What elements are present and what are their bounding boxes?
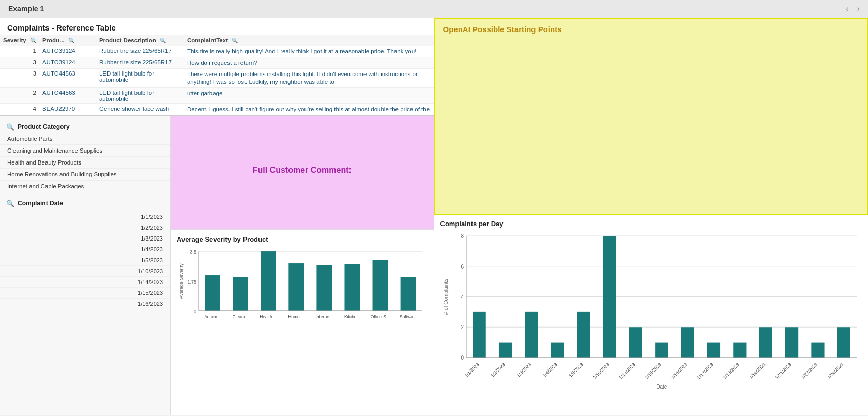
category-item[interactable]: Cleaning and Maintenance Supplies (0, 145, 170, 157)
table-row[interactable]: 3 AUTO39124 Rubber tire size 225/65R17 H… (0, 57, 434, 68)
svg-text:Date: Date (656, 384, 667, 390)
svg-text:Health ...: Health ... (260, 314, 277, 319)
svg-text:2: 2 (461, 324, 464, 330)
avg-severity-chart: 01.753.5Autom...Cleani...Health ...Home … (177, 246, 428, 339)
cell-severity: 2 (0, 87, 39, 103)
date-item[interactable]: 1/3/2023 (0, 233, 170, 244)
date-item[interactable]: 1/10/2023 (0, 266, 170, 277)
svg-rect-61 (811, 343, 824, 358)
svg-rect-43 (577, 312, 590, 358)
date-item[interactable]: 1/2/2023 (0, 222, 170, 233)
table-row[interactable]: 2 AUTO44563 LED tail light bulb for auto… (0, 87, 434, 103)
svg-text:Autom...: Autom... (204, 314, 221, 319)
table-row[interactable]: 3 AUTO44563 LED tail light bulb for auto… (0, 68, 434, 87)
svg-text:1/27/2023: 1/27/2023 (800, 362, 818, 380)
date-item[interactable]: 1/4/2023 (0, 244, 170, 255)
category-item[interactable]: Internet and Cable Packages (0, 181, 170, 192)
cell-description: Rubber tire size 225/65R17 (96, 57, 184, 68)
cell-product: AUTO39124 (39, 57, 96, 68)
svg-rect-10 (261, 251, 276, 311)
date-item[interactable]: 1/5/2023 (0, 255, 170, 266)
svg-rect-53 (707, 343, 720, 358)
svg-text:6: 6 (461, 264, 464, 270)
cell-severity: 3 (0, 57, 39, 68)
svg-text:Kitche...: Kitche... (344, 314, 360, 319)
svg-rect-59 (785, 327, 798, 358)
category-item[interactable]: Automobile Parts (0, 133, 170, 145)
table-row[interactable]: 1 AUTO39124 Rubber tire size 225/65R17 T… (0, 46, 434, 57)
product-search-icon[interactable]: 🔍 (68, 38, 74, 43)
category-item[interactable]: Home Renovations and Building Supplies (0, 169, 170, 181)
svg-rect-20 (401, 277, 416, 311)
prev-arrow[interactable]: ‹ (846, 4, 848, 13)
complaints-per-day-title: Complaints per Day (440, 220, 862, 228)
table-row[interactable]: 4 BEAU22970 Generic shower face wash Dec… (0, 103, 434, 115)
svg-text:1/1/2023: 1/1/2023 (463, 362, 480, 378)
category-item[interactable]: Health and Beauty Products (0, 157, 170, 169)
svg-text:1/29/2023: 1/29/2023 (826, 362, 844, 380)
svg-text:Home ...: Home ... (288, 314, 304, 319)
svg-rect-35 (473, 312, 485, 358)
right-panel: OpenAI Possible Starting Points Complain… (434, 18, 869, 415)
complaint-search-icon[interactable]: 🔍 (232, 38, 238, 43)
svg-rect-39 (525, 312, 538, 358)
date-item[interactable]: 1/15/2023 (0, 288, 170, 299)
cell-product: BEAU22970 (39, 103, 96, 115)
cell-product: AUTO44563 (39, 68, 96, 87)
svg-text:0: 0 (194, 309, 196, 314)
middle-charts: Full Customer Comment: Average Severity … (171, 116, 434, 415)
date-item[interactable]: 1/14/2023 (0, 277, 170, 288)
svg-text:1/5/2023: 1/5/2023 (568, 362, 584, 378)
complaints-per-day-section: Complaints per Day 024681/1/20231/2/2023… (434, 215, 869, 415)
svg-rect-12 (288, 263, 304, 311)
date-search-icon[interactable]: 🔍 (6, 200, 14, 207)
svg-rect-6 (205, 275, 220, 311)
col-product: Produ... 🔍 (39, 35, 96, 46)
desc-search-icon[interactable]: 🔍 (160, 38, 166, 43)
category-search-icon[interactable]: 🔍 (6, 123, 14, 131)
svg-rect-18 (373, 260, 388, 310)
svg-text:1.75: 1.75 (187, 279, 196, 284)
svg-text:Cleani...: Cleani... (232, 314, 248, 319)
cell-complaint: Decent, I guess. I still can't figure ou… (184, 103, 434, 115)
date-item[interactable]: 1/16/2023 (0, 299, 170, 309)
svg-rect-57 (759, 327, 772, 358)
svg-text:4: 4 (461, 294, 464, 300)
svg-rect-49 (655, 343, 668, 358)
complaint-date-header: 🔍 Complaint Date (0, 197, 170, 210)
reference-table: Severity 🔍 Produ... 🔍 Product Descriptio… (0, 35, 434, 115)
svg-text:1/19/2023: 1/19/2023 (748, 362, 766, 380)
svg-rect-8 (233, 277, 248, 311)
severity-search-icon[interactable]: 🔍 (30, 38, 36, 43)
svg-text:1/2/2023: 1/2/2023 (490, 362, 506, 378)
svg-text:1/3/2023: 1/3/2023 (515, 362, 532, 378)
date-item[interactable]: 1/1/2023 (0, 212, 170, 222)
svg-rect-47 (629, 327, 642, 358)
svg-text:1/4/2023: 1/4/2023 (541, 362, 558, 378)
full-comment-title: Full Customer Comment: (253, 166, 352, 175)
category-list: Automobile PartsCleaning and Maintenance… (0, 133, 170, 192)
openai-title: OpenAI Possible Starting Points (443, 25, 860, 34)
svg-text:3.5: 3.5 (190, 249, 196, 255)
svg-text:Interne...: Interne... (316, 314, 333, 319)
svg-text:1/16/2023: 1/16/2023 (670, 362, 688, 380)
cell-severity: 3 (0, 68, 39, 87)
svg-text:1/10/2023: 1/10/2023 (592, 362, 610, 380)
cell-severity: 4 (0, 103, 39, 115)
svg-text:1/21/2023: 1/21/2023 (774, 362, 792, 380)
cell-description: LED tail light bulb for automobile (96, 68, 184, 87)
page-title: Example 1 (8, 5, 44, 13)
next-arrow[interactable]: › (857, 4, 860, 13)
complaints-per-day-chart: 024681/1/20231/2/20231/3/20231/4/20231/5… (440, 231, 862, 391)
svg-text:1/14/2023: 1/14/2023 (618, 362, 636, 380)
svg-text:8: 8 (461, 233, 464, 239)
cell-severity: 1 (0, 46, 39, 57)
bottom-left: 🔍 Product Category Automobile PartsClean… (0, 116, 434, 415)
col-severity: Severity 🔍 (0, 35, 39, 46)
svg-text:Average Severity: Average Severity (179, 263, 184, 299)
nav-arrows: ‹ › (846, 4, 860, 13)
svg-rect-16 (344, 264, 360, 310)
svg-rect-51 (681, 327, 694, 358)
cell-description: LED tail light bulb for automobile (96, 87, 184, 103)
cell-complaint: utter garbage (184, 87, 434, 103)
